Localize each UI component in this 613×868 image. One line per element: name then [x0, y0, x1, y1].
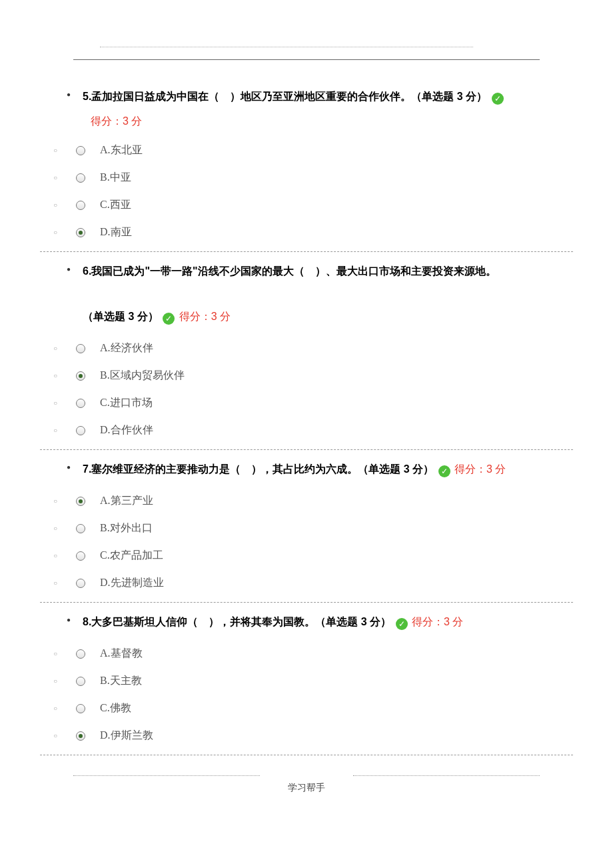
- hollow-bullet-icon: ○: [53, 201, 76, 209]
- radio-wrap[interactable]: [76, 649, 100, 659]
- question-5: ● 5.孟加拉国日益成为中国在（ ）地区乃至亚洲地区重要的合作伙伴。（单选题 3…: [40, 80, 573, 252]
- radio-wrap[interactable]: [76, 497, 100, 506]
- hollow-bullet-icon: ○: [53, 552, 76, 559]
- option-label: D.南亚: [100, 225, 132, 239]
- option-row[interactable]: ○D.南亚: [40, 219, 573, 246]
- question-8-score: 得分：3 分: [412, 616, 463, 627]
- radio-button[interactable]: [76, 524, 85, 533]
- page-footer: 学习帮手: [40, 782, 573, 794]
- hollow-bullet-icon: ○: [53, 677, 76, 685]
- question-7-header: ● 7.塞尔维亚经济的主要推动力是（ ），其占比约为六成。（单选题 3 分） ✓…: [40, 458, 573, 481]
- radio-button[interactable]: [76, 228, 85, 237]
- option-label: A.基督教: [100, 647, 143, 661]
- radio-wrap[interactable]: [76, 704, 100, 713]
- page-container: ● 5.孟加拉国日益成为中国在（ ）地区乃至亚洲地区重要的合作伙伴。（单选题 3…: [0, 0, 613, 821]
- radio-button[interactable]: [76, 399, 85, 408]
- question-5-stem: 5.孟加拉国日益成为中国在（ ）地区乃至亚洲地区重要的合作伙伴。（单选题 3 分…: [83, 91, 487, 102]
- radio-button[interactable]: [76, 677, 85, 686]
- radio-wrap[interactable]: [76, 731, 100, 741]
- top-divider: [73, 40, 540, 60]
- radio-wrap[interactable]: [76, 371, 100, 381]
- radio-wrap[interactable]: [76, 173, 100, 183]
- hollow-bullet-icon: ○: [53, 705, 76, 712]
- option-row[interactable]: ○A.经济伙伴: [40, 335, 573, 362]
- bullet-icon: ●: [67, 611, 71, 629]
- radio-button[interactable]: [76, 344, 85, 353]
- radio-wrap[interactable]: [76, 426, 100, 435]
- option-label: D.合作伙伴: [100, 423, 153, 437]
- option-label: A.东北亚: [100, 143, 143, 157]
- check-icon: ✓: [163, 313, 175, 325]
- question-7-text: 7.塞尔维亚经济的主要推动力是（ ），其占比约为六成。（单选题 3 分） ✓ 得…: [83, 458, 573, 481]
- question-7-score: 得分：3 分: [454, 463, 506, 475]
- option-row[interactable]: ○A.第三产业: [40, 487, 573, 515]
- option-row[interactable]: ○B.区域内贸易伙伴: [40, 362, 573, 389]
- check-icon: ✓: [396, 618, 408, 630]
- question-8-header: ● 8.大多巴基斯坦人信仰（ ），并将其奉为国教。（单选题 3 分） ✓ 得分：…: [40, 611, 573, 633]
- radio-wrap[interactable]: [76, 399, 100, 408]
- hollow-bullet-icon: ○: [53, 399, 76, 407]
- radio-button[interactable]: [76, 649, 85, 659]
- hollow-bullet-icon: ○: [53, 525, 76, 532]
- radio-wrap[interactable]: [76, 344, 100, 353]
- radio-wrap[interactable]: [76, 228, 100, 237]
- question-6-header: ● 6.我国已成为"一带一路"沿线不少国家的最大（ ）、最大出口市场和主要投资来…: [40, 260, 573, 328]
- option-row[interactable]: ○C.农产品加工: [40, 542, 573, 569]
- option-label: C.西亚: [100, 198, 131, 212]
- radio-button[interactable]: [76, 173, 85, 183]
- radio-button[interactable]: [76, 371, 85, 381]
- radio-button[interactable]: [76, 426, 85, 435]
- radio-button[interactable]: [76, 579, 85, 588]
- radio-wrap[interactable]: [76, 579, 100, 588]
- question-7-options: ○A.第三产业○B.对外出口○C.农产品加工○D.先进制造业: [40, 487, 573, 597]
- bullet-icon: ●: [67, 85, 71, 104]
- bullet-icon: ●: [67, 260, 71, 279]
- radio-wrap[interactable]: [76, 551, 100, 561]
- radio-button[interactable]: [76, 731, 85, 741]
- hollow-bullet-icon: ○: [53, 147, 76, 154]
- option-label: C.进口市场: [100, 396, 153, 410]
- question-7: ● 7.塞尔维亚经济的主要推动力是（ ），其占比约为六成。（单选题 3 分） ✓…: [40, 453, 573, 603]
- option-row[interactable]: ○C.佛教: [40, 695, 573, 722]
- question-5-text: 5.孟加拉国日益成为中国在（ ）地区乃至亚洲地区重要的合作伙伴。（单选题 3 分…: [83, 85, 573, 108]
- option-row[interactable]: ○B.对外出口: [40, 515, 573, 542]
- question-5-options: ○A.东北亚○B.中亚○C.西亚○D.南亚: [40, 137, 573, 246]
- radio-wrap[interactable]: [76, 146, 100, 155]
- radio-button[interactable]: [76, 704, 85, 713]
- radio-wrap[interactable]: [76, 677, 100, 686]
- question-6-text: 6.我国已成为"一带一路"沿线不少国家的最大（ ）、最大出口市场和主要投资来源地…: [83, 260, 573, 328]
- question-8: ● 8.大多巴基斯坦人信仰（ ），并将其奉为国教。（单选题 3 分） ✓ 得分：…: [40, 605, 573, 755]
- hollow-bullet-icon: ○: [53, 229, 76, 236]
- question-5-score-line: 得分：3 分: [40, 115, 573, 129]
- bullet-icon: ●: [67, 458, 71, 477]
- radio-wrap[interactable]: [76, 201, 100, 210]
- question-6-options: ○A.经济伙伴○B.区域内贸易伙伴○C.进口市场○D.合作伙伴: [40, 335, 573, 444]
- hollow-bullet-icon: ○: [53, 372, 76, 379]
- option-label: A.第三产业: [100, 494, 153, 508]
- option-row[interactable]: ○B.中亚: [40, 164, 573, 191]
- option-label: B.区域内贸易伙伴: [100, 369, 185, 383]
- option-row[interactable]: ○D.先进制造业: [40, 569, 573, 597]
- radio-button[interactable]: [76, 497, 85, 506]
- option-row[interactable]: ○D.合作伙伴: [40, 417, 573, 444]
- option-row[interactable]: ○C.西亚: [40, 191, 573, 219]
- hollow-bullet-icon: ○: [53, 650, 76, 657]
- question-6-stem-a: 6.我国已成为"一带一路"沿线不少国家的最大（ ）、最大出口市场和主要投资来源地…: [83, 265, 496, 277]
- hollow-bullet-icon: ○: [53, 579, 76, 587]
- radio-button[interactable]: [76, 201, 85, 210]
- check-icon: ✓: [492, 93, 504, 105]
- option-row[interactable]: ○A.基督教: [40, 640, 573, 667]
- radio-button[interactable]: [76, 146, 85, 155]
- hollow-bullet-icon: ○: [53, 497, 76, 505]
- option-row[interactable]: ○A.东北亚: [40, 137, 573, 164]
- question-5-score: 得分：3 分: [91, 115, 142, 127]
- option-row[interactable]: ○D.伊斯兰教: [40, 722, 573, 749]
- option-label: B.对外出口: [100, 521, 153, 535]
- option-row[interactable]: ○B.天主教: [40, 667, 573, 695]
- option-label: B.中亚: [100, 171, 131, 185]
- option-label: C.农产品加工: [100, 549, 163, 563]
- radio-button[interactable]: [76, 551, 85, 561]
- radio-wrap[interactable]: [76, 524, 100, 533]
- hollow-bullet-icon: ○: [53, 345, 76, 352]
- option-row[interactable]: ○C.进口市场: [40, 389, 573, 417]
